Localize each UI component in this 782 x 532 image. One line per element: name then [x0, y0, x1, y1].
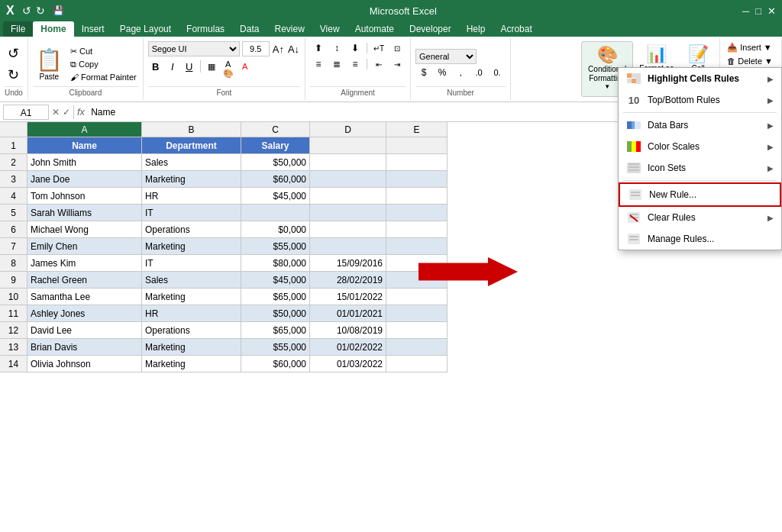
- col-header-a[interactable]: A: [27, 122, 142, 137]
- cell[interactable]: Sarah Williams: [27, 205, 142, 221]
- decrease-decimal-btn[interactable]: 0.: [489, 66, 506, 79]
- cell[interactable]: Olivia Johnson: [27, 356, 142, 372]
- cell[interactable]: Department: [142, 137, 241, 154]
- paste-btn[interactable]: 📋 Paste: [33, 46, 66, 82]
- cell[interactable]: Sales: [142, 154, 241, 171]
- tab-page-layout[interactable]: Page Layout: [112, 21, 179, 37]
- cell[interactable]: Name: [27, 137, 142, 154]
- new-rule-item[interactable]: New Rule...: [619, 182, 781, 207]
- cell[interactable]: Marketing: [142, 238, 241, 255]
- number-format-select[interactable]: General: [415, 49, 477, 64]
- align-middle-btn[interactable]: ↕: [328, 41, 345, 55]
- cell[interactable]: Sales: [142, 272, 241, 289]
- tab-insert[interactable]: Insert: [74, 21, 112, 37]
- cell[interactable]: [386, 238, 448, 255]
- percent-btn[interactable]: %: [434, 66, 451, 79]
- formula-confirm-icon[interactable]: ✓: [63, 107, 70, 118]
- cell[interactable]: $80,000: [241, 255, 310, 272]
- font-color-btn[interactable]: A: [238, 59, 253, 74]
- cell[interactable]: [386, 322, 448, 339]
- underline-btn[interactable]: U: [182, 59, 197, 74]
- cell-reference-box[interactable]: A1: [3, 105, 49, 120]
- comma-btn[interactable]: ,: [452, 66, 469, 79]
- cell[interactable]: [386, 205, 448, 221]
- cell[interactable]: $45,000: [241, 188, 310, 205]
- cell[interactable]: 15/01/2022: [310, 289, 386, 305]
- cell[interactable]: Marketing: [142, 171, 241, 188]
- increase-indent-btn[interactable]: ⇥: [389, 57, 406, 71]
- tab-data[interactable]: Data: [232, 21, 267, 37]
- copy-btn[interactable]: ⧉ Copy: [69, 59, 138, 70]
- data-bars-item[interactable]: Data Bars ▶: [619, 114, 781, 136]
- redo-ribbon-btn[interactable]: ↻: [6, 65, 21, 85]
- border-btn[interactable]: ▦: [204, 59, 219, 74]
- cell[interactable]: [310, 154, 386, 171]
- cell[interactable]: $0,000: [241, 221, 310, 238]
- cell[interactable]: Operations: [142, 221, 241, 238]
- maximize-btn[interactable]: □: [755, 5, 761, 17]
- col-header-c[interactable]: C: [241, 122, 310, 137]
- cell[interactable]: 01/03/2022: [310, 356, 386, 372]
- cell[interactable]: David Lee: [27, 322, 142, 339]
- tab-file[interactable]: File: [3, 21, 33, 37]
- align-right-btn[interactable]: ≡: [347, 57, 364, 71]
- font-name-select[interactable]: Segoe UI: [148, 41, 240, 56]
- cell[interactable]: Samantha Lee: [27, 289, 142, 305]
- format-painter-btn[interactable]: 🖌 Format Painter: [69, 72, 138, 82]
- highlight-cells-rules-item[interactable]: Highlight Cells Rules ▶: [619, 68, 781, 89]
- cell[interactable]: 28/02/2019: [310, 272, 386, 289]
- cell[interactable]: [310, 137, 386, 154]
- cell[interactable]: $55,000: [241, 238, 310, 255]
- cell[interactable]: [386, 356, 448, 372]
- cell[interactable]: $45,000: [241, 272, 310, 289]
- cell[interactable]: [386, 171, 448, 188]
- bold-btn[interactable]: B: [148, 59, 163, 74]
- cell[interactable]: $50,000: [241, 154, 310, 171]
- font-size-input[interactable]: [242, 41, 270, 56]
- cell[interactable]: Jane Doe: [27, 171, 142, 188]
- cell[interactable]: [386, 221, 448, 238]
- tab-automate[interactable]: Automate: [347, 21, 402, 37]
- save-icon[interactable]: 💾: [53, 5, 64, 16]
- top-bottom-rules-item[interactable]: 10 Top/Bottom Rules ▶: [619, 89, 781, 111]
- tab-view[interactable]: View: [312, 21, 347, 37]
- merge-btn[interactable]: ⊡: [389, 41, 406, 55]
- cell[interactable]: $55,000: [241, 339, 310, 356]
- fill-color-btn[interactable]: A🎨: [221, 59, 236, 74]
- cell[interactable]: HR: [142, 188, 241, 205]
- cell[interactable]: [310, 188, 386, 205]
- cell[interactable]: Emily Chen: [27, 238, 142, 255]
- cell[interactable]: Tom Johnson: [27, 188, 142, 205]
- cell[interactable]: [386, 188, 448, 205]
- delete-cells-btn[interactable]: 🗑 Delete ▼: [725, 55, 777, 67]
- tab-review[interactable]: Review: [267, 21, 312, 37]
- cell[interactable]: IT: [142, 255, 241, 272]
- tab-formulas[interactable]: Formulas: [179, 21, 232, 37]
- cell[interactable]: [386, 137, 448, 154]
- redo-btn[interactable]: ↻: [36, 5, 45, 17]
- insert-cells-btn[interactable]: 📥 Insert ▼: [725, 41, 777, 54]
- cell[interactable]: $60,000: [241, 171, 310, 188]
- align-bottom-btn[interactable]: ⬇: [347, 41, 364, 55]
- icon-sets-item[interactable]: Icon Sets ▶: [619, 157, 781, 179]
- minimize-btn[interactable]: ─: [742, 5, 749, 17]
- cell[interactable]: [310, 221, 386, 238]
- align-left-btn[interactable]: ≡: [310, 57, 327, 71]
- cell[interactable]: $65,000: [241, 289, 310, 305]
- manage-rules-item[interactable]: Manage Rules...: [619, 228, 781, 250]
- increase-font-btn[interactable]: A↑: [272, 43, 285, 56]
- tab-home[interactable]: Home: [33, 21, 73, 37]
- col-header-e[interactable]: E: [386, 122, 448, 137]
- wrap-text-btn[interactable]: ↵T: [370, 41, 387, 55]
- cell[interactable]: Salary: [241, 137, 310, 154]
- cell[interactable]: [386, 289, 448, 305]
- cell[interactable]: Marketing: [142, 339, 241, 356]
- cell[interactable]: Rachel Green: [27, 272, 142, 289]
- cell[interactable]: [310, 205, 386, 221]
- increase-decimal-btn[interactable]: .0: [470, 66, 487, 79]
- decrease-indent-btn[interactable]: ⇤: [370, 57, 387, 71]
- align-top-btn[interactable]: ⬆: [310, 41, 327, 55]
- cell[interactable]: $65,000: [241, 322, 310, 339]
- cell[interactable]: HR: [142, 305, 241, 322]
- cell[interactable]: [386, 339, 448, 356]
